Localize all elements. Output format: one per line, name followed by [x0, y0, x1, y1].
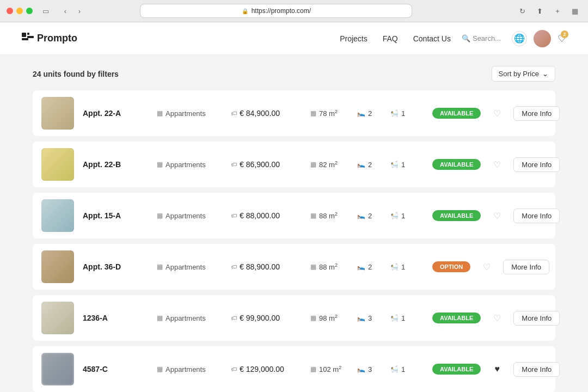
- avatar[interactable]: [534, 30, 551, 47]
- bath-icon: 🛀: [390, 314, 399, 322]
- type-label: Appartments: [166, 314, 206, 322]
- bed-icon: 🛌: [357, 263, 365, 271]
- listing-size: ▦ 98 m2: [310, 314, 348, 322]
- more-info-button[interactable]: More Info: [513, 311, 560, 326]
- price-value: € 84,900.00: [240, 109, 280, 118]
- listing-name: Appt. 22-A: [83, 109, 148, 118]
- bath-icon: 🛀: [390, 212, 399, 219]
- bed-icon: 🛌: [357, 365, 365, 373]
- type-label: Appartments: [166, 161, 206, 169]
- listing-price: 🏷 € 99,900.00: [231, 314, 302, 322]
- nav-buttons: ‹ ›: [59, 4, 86, 17]
- type-icon: ▦: [157, 109, 163, 117]
- listing-size: ▦ 102 m2: [310, 365, 348, 373]
- address-bar[interactable]: 🔒 https://prompto.com/: [140, 4, 412, 18]
- favorites-badge: 2: [561, 30, 568, 38]
- traffic-lights: [7, 8, 33, 14]
- favorite-button[interactable]: ♡: [479, 259, 494, 274]
- reload-button[interactable]: ↻: [516, 4, 529, 17]
- share-icon[interactable]: ⬆: [534, 4, 547, 17]
- beds-value: 2: [368, 161, 372, 169]
- chevron-down-icon: ⌄: [542, 70, 548, 78]
- size-value: 88 m2: [319, 262, 338, 271]
- listing-baths: 🛀 1: [390, 109, 415, 118]
- bed-icon: 🛌: [357, 109, 365, 117]
- listing-type: ▦ Appartments: [157, 212, 222, 220]
- favorite-button[interactable]: ♡: [489, 208, 505, 223]
- tabs-icon[interactable]: ▦: [568, 4, 581, 17]
- price-tag-icon: 🏷: [231, 264, 237, 270]
- listing-thumbnail: [41, 250, 74, 283]
- filter-bar: 24 units found by filters Sort by Price …: [33, 66, 555, 82]
- new-tab-icon[interactable]: +: [551, 4, 564, 17]
- baths-value: 1: [401, 109, 405, 118]
- listing-card: 1236-A ▦ Appartments 🏷 € 99,900.00 ▦ 98 …: [33, 295, 555, 341]
- price-value: € 88,000.00: [240, 211, 280, 220]
- listing-size: ▦ 88 m2: [310, 262, 348, 271]
- svg-rect-1: [27, 33, 29, 35]
- listing-beds: 🛌 2: [357, 109, 382, 118]
- type-icon: ▦: [157, 161, 163, 168]
- header: Prompto Projects FAQ Contact Us 🔍 Search…: [0, 22, 588, 55]
- more-info-button[interactable]: More Info: [513, 362, 560, 377]
- price-tag-icon: 🏷: [231, 366, 237, 372]
- sort-button[interactable]: Sort by Price ⌄: [492, 66, 555, 82]
- more-info-button[interactable]: More Info: [513, 106, 560, 121]
- nav-item-contact[interactable]: Contact Us: [413, 34, 451, 43]
- search-area[interactable]: 🔍 Search...: [462, 34, 501, 42]
- more-info-button[interactable]: More Info: [513, 209, 560, 223]
- type-icon: ▦: [157, 365, 163, 373]
- maximize-button[interactable]: [26, 8, 33, 14]
- forward-button[interactable]: ›: [73, 4, 86, 17]
- type-icon: ▦: [157, 314, 163, 322]
- more-info-button[interactable]: More Info: [503, 260, 549, 274]
- browser-toolbar: ▭ ‹ › 🔒 https://prompto.com/ ↻ ⬆ + ▦: [0, 0, 588, 22]
- language-selector[interactable]: 🌐: [512, 31, 527, 46]
- price-value: € 99,900.00: [240, 314, 280, 322]
- size-value: 78 m2: [319, 109, 338, 118]
- favorite-button[interactable]: ♡: [489, 310, 505, 326]
- url-text: https://prompto.com/: [252, 7, 311, 15]
- svg-rect-3: [22, 38, 28, 40]
- baths-value: 1: [401, 365, 405, 373]
- listing-card: 4587-C ▦ Appartments 🏷 € 129,000.00 ▦ 10…: [33, 346, 555, 392]
- favorite-button[interactable]: ♥: [489, 362, 505, 377]
- favorite-button[interactable]: ♡: [489, 157, 505, 172]
- filter-number: 24: [33, 70, 41, 78]
- nav-item-projects[interactable]: Projects: [340, 34, 367, 43]
- listing-type: ▦ Appartments: [157, 109, 222, 118]
- listing-name: Appt. 15-A: [83, 211, 148, 220]
- price-value: € 88,900.00: [240, 262, 280, 271]
- listing-size: ▦ 88 m2: [310, 211, 348, 220]
- logo-icon: [22, 33, 34, 45]
- listing-name: 1236-A: [83, 314, 148, 322]
- price-tag-icon: 🏷: [231, 110, 237, 117]
- more-info-button[interactable]: More Info: [513, 157, 560, 172]
- minimize-button[interactable]: [16, 8, 23, 14]
- status-badge: AVAILABLE: [432, 210, 481, 221]
- status-badge: AVAILABLE: [432, 108, 481, 119]
- main-nav: Projects FAQ Contact Us: [340, 34, 451, 43]
- beds-value: 3: [368, 365, 372, 373]
- nav-item-faq[interactable]: FAQ: [383, 34, 398, 43]
- listing-card: Appt. 22-B ▦ Appartments 🏷 € 86,900.00 ▦…: [33, 142, 555, 187]
- listing-baths: 🛀 1: [390, 263, 415, 271]
- listing-type: ▦ Appartments: [157, 263, 222, 271]
- status-badge: AVAILABLE: [432, 364, 481, 375]
- size-value: 98 m2: [319, 314, 338, 322]
- listing-thumbnail: [41, 353, 74, 385]
- close-button[interactable]: [7, 8, 13, 14]
- listing-price: 🏷 € 129,000.00: [231, 365, 302, 373]
- baths-value: 1: [401, 263, 405, 271]
- listing-card: Appt. 36-D ▦ Appartments 🏷 € 88,900.00 ▦…: [33, 244, 555, 290]
- sidebar-toggle-icon[interactable]: ▭: [39, 4, 52, 17]
- size-icon: ▦: [310, 109, 316, 117]
- logo[interactable]: Prompto: [22, 33, 77, 45]
- back-button[interactable]: ‹: [59, 4, 72, 17]
- favorites-button[interactable]: ♡ 2: [558, 33, 566, 45]
- main-content: 24 units found by filters Sort by Price …: [0, 55, 588, 392]
- favorite-button[interactable]: ♡: [489, 106, 505, 121]
- listing-price: 🏷 € 86,900.00: [231, 160, 302, 169]
- search-icon: 🔍: [462, 34, 470, 42]
- listing-type: ▦ Appartments: [157, 161, 222, 169]
